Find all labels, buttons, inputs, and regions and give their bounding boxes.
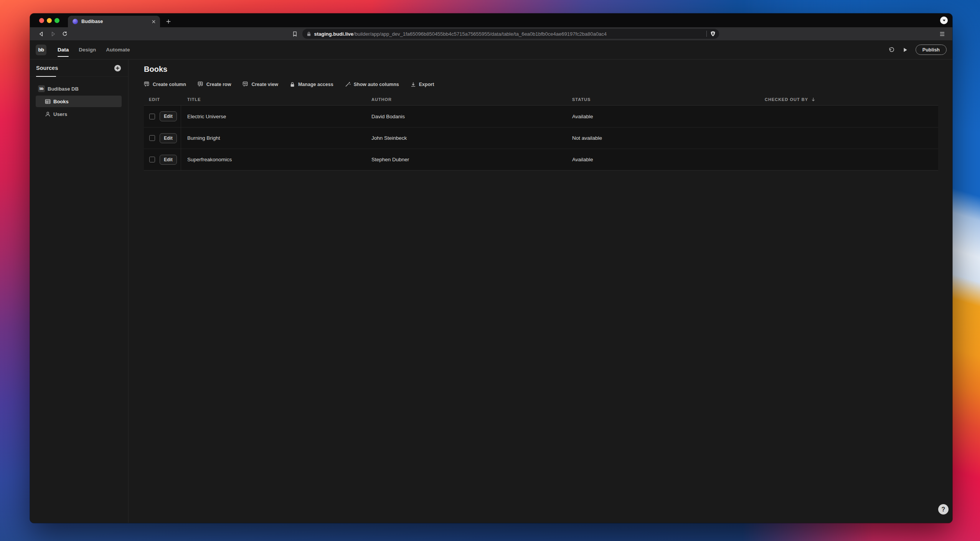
table-add-column-icon	[144, 81, 150, 87]
sources-tab[interactable]: Sources	[36, 65, 58, 71]
zoom-window-button[interactable]	[54, 18, 59, 23]
download-icon	[411, 82, 416, 87]
cell-status[interactable]: Available	[566, 157, 758, 162]
edit-row-button[interactable]: Edit	[160, 155, 177, 165]
sources-list: bb Budibase DB Books	[30, 77, 128, 120]
tool-label: Export	[419, 82, 434, 87]
cell-title[interactable]: Superfreakonomics	[181, 157, 365, 162]
undo-icon[interactable]	[888, 46, 895, 53]
brave-shield-icon[interactable]	[710, 31, 716, 37]
manage-access-button[interactable]: Manage access	[290, 82, 333, 87]
edit-row-button[interactable]: Edit	[160, 111, 177, 121]
budibase-db-icon: bb	[38, 85, 45, 92]
sidebar-item-books[interactable]: Books	[36, 96, 122, 107]
cell-status[interactable]: Available	[566, 114, 758, 119]
url-domain: staging.budi.live	[314, 31, 354, 37]
cell-author[interactable]: John Steinbeck	[365, 135, 566, 141]
add-source-icon[interactable]	[114, 65, 121, 72]
table-row: Edit Electric Universe David Bodanis Ava…	[144, 106, 938, 127]
column-header-title[interactable]: TITLE	[181, 97, 365, 102]
tool-label: Create column	[153, 82, 186, 87]
cell-title[interactable]: Electric Universe	[181, 114, 365, 119]
budibase-logo[interactable]: bb	[36, 45, 46, 55]
tab-close-icon[interactable]	[150, 18, 157, 25]
magic-wand-icon	[345, 81, 351, 87]
help-button[interactable]: ?	[938, 504, 949, 515]
column-header-label: CHECKED OUT BY	[765, 97, 808, 102]
cell-status[interactable]: Not available	[566, 135, 758, 141]
lock-icon	[290, 82, 295, 87]
forward-button[interactable]	[48, 29, 58, 39]
row-checkbox[interactable]	[149, 114, 155, 119]
bookmark-icon[interactable]	[290, 29, 300, 39]
sidebar-item-label: Budibase DB	[48, 86, 79, 92]
cell-author[interactable]: David Bodanis	[365, 114, 566, 119]
tab-design[interactable]: Design	[79, 40, 96, 59]
minimize-window-button[interactable]	[47, 18, 52, 23]
builder-nav-actions: Publish	[888, 45, 947, 55]
lock-icon	[307, 31, 311, 36]
publish-button[interactable]: Publish	[916, 45, 947, 55]
tab-data[interactable]: Data	[58, 40, 69, 59]
preview-play-icon[interactable]	[902, 47, 908, 53]
url-path: /builder/app/app_dev_1fa65096b850455bb4c…	[353, 31, 607, 37]
table-icon	[45, 99, 51, 104]
column-header-status[interactable]: STATUS	[566, 97, 758, 102]
sources-tab-underline	[36, 76, 56, 77]
tab-search-button[interactable]	[940, 17, 948, 24]
create-row-button[interactable]: Create row	[198, 81, 231, 87]
tab-automate[interactable]: Automate	[106, 40, 130, 59]
row-edit-cell: Edit	[144, 133, 181, 143]
sidebar-item-label: Users	[53, 111, 67, 117]
table-add-row-icon	[198, 81, 203, 87]
browser-toolbar: staging.budi.live/builder/app/app_dev_1f…	[30, 27, 952, 40]
table-add-view-icon	[243, 81, 248, 87]
desktop-wallpaper: Budibase	[0, 0, 980, 541]
new-tab-button[interactable]	[163, 16, 174, 27]
page-title: Books	[144, 65, 938, 74]
tab-title: Budibase	[81, 19, 150, 24]
tool-label: Create row	[206, 82, 231, 87]
window-controls	[30, 13, 68, 27]
tool-label: Show auto columns	[354, 82, 399, 87]
row-checkbox[interactable]	[149, 157, 155, 162]
create-column-button[interactable]: Create column	[144, 81, 186, 87]
row-edit-cell: Edit	[144, 155, 181, 165]
browser-window: Budibase	[30, 13, 952, 523]
export-button[interactable]: Export	[411, 82, 434, 87]
table-body: Edit Electric Universe David Bodanis Ava…	[144, 105, 938, 170]
show-auto-columns-button[interactable]: Show auto columns	[345, 81, 399, 87]
browser-tab-budibase[interactable]: Budibase	[68, 16, 160, 27]
budibase-favicon-icon	[73, 19, 78, 24]
table-header-row: EDIT TITLE AUTHOR STATUS CHECKED OUT BY	[144, 97, 938, 102]
address-bar[interactable]: staging.budi.live/builder/app/app_dev_1f…	[302, 29, 719, 39]
browser-menu-icon[interactable]	[937, 29, 947, 39]
row-edit-cell: Edit	[144, 111, 181, 121]
sidebar-item-budibase-db[interactable]: bb Budibase DB	[36, 83, 122, 94]
edit-row-button[interactable]: Edit	[160, 133, 177, 143]
urlbar-divider	[706, 31, 707, 37]
cell-title[interactable]: Burning Bright	[181, 135, 365, 141]
row-checkbox[interactable]	[149, 135, 155, 141]
user-icon	[45, 111, 51, 117]
tool-label: Create view	[251, 82, 278, 87]
builder-top-nav: bb Data Design Automate	[30, 40, 952, 60]
close-window-button[interactable]	[39, 18, 44, 23]
table-row: Edit Superfreakonomics Stephen Dubner Av…	[144, 149, 938, 170]
builder-nav-tabs: Data Design Automate	[58, 40, 130, 59]
sidebar-item-users[interactable]: Users	[36, 108, 122, 120]
column-header-author[interactable]: AUTHOR	[365, 97, 566, 102]
column-header-checked-out-by[interactable]: CHECKED OUT BY	[758, 97, 938, 102]
budibase-builder-app: bb Data Design Automate	[30, 40, 952, 523]
back-button[interactable]	[36, 29, 46, 39]
table-toolbar: Create column Create	[144, 81, 938, 87]
tool-label: Manage access	[298, 82, 333, 87]
table-row: Edit Burning Bright John Steinbeck Not a…	[144, 127, 938, 149]
cell-author[interactable]: Stephen Dubner	[365, 157, 566, 162]
column-header-edit: EDIT	[144, 97, 181, 102]
builder-body: Sources bb Budibase DB	[30, 60, 952, 523]
sources-sidebar: Sources bb Budibase DB	[30, 60, 129, 523]
reload-button[interactable]	[60, 29, 70, 39]
create-view-button[interactable]: Create view	[243, 81, 278, 87]
sources-header: Sources	[30, 60, 128, 77]
